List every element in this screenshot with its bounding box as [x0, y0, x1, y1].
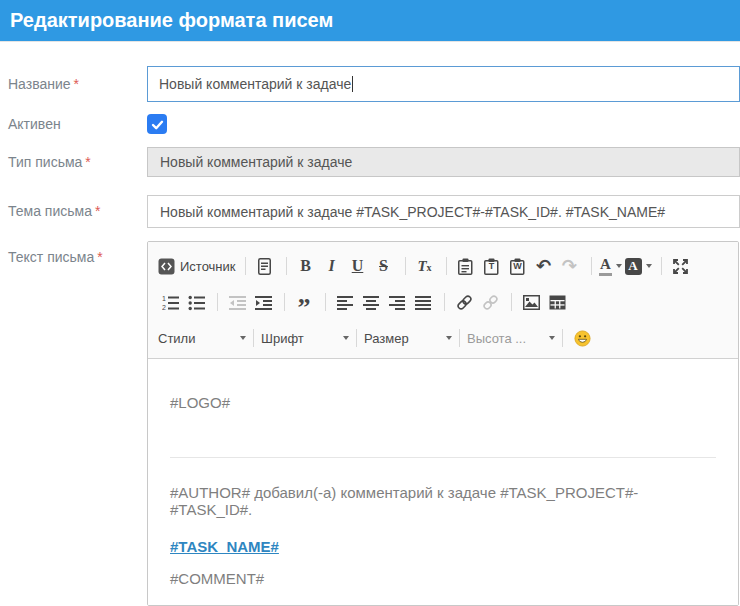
- required-asterisk: *: [85, 154, 90, 170]
- type-input-value: Новый комментарий к задаче: [160, 154, 352, 170]
- toolbar-separator: [217, 293, 218, 311]
- toolbar-separator: [661, 257, 662, 275]
- chevron-down-icon: [616, 264, 622, 268]
- task-name-link[interactable]: #TASK_NAME#: [170, 538, 279, 555]
- increase-indent-button[interactable]: [251, 290, 275, 314]
- toolbar-separator: [562, 329, 563, 347]
- remove-format-button[interactable]: Tx: [413, 254, 437, 278]
- source-button[interactable]: Источник: [158, 254, 236, 278]
- background-color-button[interactable]: A: [625, 254, 652, 278]
- page-title: Редактирование формата писем: [10, 9, 333, 32]
- paste-word-letter: W: [506, 261, 530, 271]
- toolbar-separator: [325, 293, 326, 311]
- increase-indent-icon: [255, 294, 272, 311]
- image-button[interactable]: [519, 290, 543, 314]
- field-row-type: Тип письма* Новый комментарий к задаче: [0, 147, 740, 177]
- align-left-button[interactable]: [333, 290, 357, 314]
- maximize-icon: [672, 258, 689, 275]
- subject-input[interactable]: Новый комментарий к задаче #TASK_PROJECT…: [147, 195, 740, 228]
- undo-icon: ↶: [536, 257, 551, 275]
- chevron-down-icon: [446, 336, 452, 340]
- smiley-button[interactable]: [570, 326, 594, 350]
- numbered-list-icon: 1 2: [162, 294, 179, 311]
- body-label: Текст письма*: [0, 241, 147, 265]
- paste-button[interactable]: [454, 254, 478, 278]
- field-row-subject: Тема письма* Новый комментарий к задаче …: [0, 195, 740, 228]
- unlink-button[interactable]: [478, 290, 502, 314]
- redo-button[interactable]: ↷: [558, 254, 582, 278]
- numbered-list-button[interactable]: 1 2: [158, 290, 182, 314]
- name-label: Название*: [0, 66, 147, 92]
- checkmark-icon: [149, 116, 166, 133]
- align-center-icon: [363, 294, 380, 311]
- text-color-button[interactable]: A: [599, 254, 623, 278]
- decrease-indent-button[interactable]: [225, 290, 249, 314]
- active-checkbox[interactable]: [147, 114, 167, 134]
- styles-dropdown[interactable]: Стили: [158, 326, 246, 350]
- author-line: #AUTHOR# добавил(-а) комментарий к задач…: [170, 484, 716, 518]
- blockquote-icon: ”: [298, 291, 311, 313]
- chevron-down-icon: [646, 264, 652, 268]
- required-asterisk: *: [97, 249, 102, 265]
- justify-button[interactable]: [411, 290, 435, 314]
- font-dropdown[interactable]: Шрифт: [261, 326, 349, 350]
- toolbar-separator: [284, 293, 285, 311]
- type-input: Новый комментарий к задаче: [147, 147, 740, 177]
- line-height-dropdown-label: Высота ...: [467, 331, 545, 346]
- link-icon: [456, 294, 473, 311]
- link-button[interactable]: [452, 290, 476, 314]
- editor-content-area[interactable]: #LOGO# #AUTHOR# добавил(-а) комментарий …: [148, 359, 738, 605]
- underline-button[interactable]: U: [346, 254, 370, 278]
- paste-icon: [457, 258, 474, 275]
- decrease-indent-icon: [229, 294, 246, 311]
- chevron-down-icon: [549, 336, 555, 340]
- blockquote-button[interactable]: ”: [292, 290, 316, 314]
- table-icon: [549, 294, 566, 311]
- align-right-icon: [389, 294, 406, 311]
- maximize-button[interactable]: [669, 254, 693, 278]
- toolbar-separator: [444, 293, 445, 311]
- name-input-value: Новый комментарий к задаче: [159, 76, 351, 92]
- document-button[interactable]: [253, 254, 277, 278]
- subject-input-value: Новый комментарий к задаче #TASK_PROJECT…: [160, 204, 665, 220]
- editor-toolbar: Источник B I U S: [148, 242, 738, 359]
- toolbar-separator: [405, 257, 406, 275]
- italic-button[interactable]: I: [320, 254, 344, 278]
- svg-text:1: 1: [162, 295, 166, 302]
- source-code-icon: [158, 258, 175, 275]
- undo-button[interactable]: ↶: [532, 254, 556, 278]
- align-right-button[interactable]: [385, 290, 409, 314]
- active-label: Активен: [0, 116, 147, 132]
- toolbar-separator: [459, 329, 460, 347]
- name-input[interactable]: Новый комментарий к задаче: [147, 66, 740, 102]
- chevron-down-icon: [240, 336, 246, 340]
- toolbar-separator: [253, 329, 254, 347]
- required-asterisk: *: [95, 203, 100, 219]
- paste-as-text-button[interactable]: T: [480, 254, 504, 278]
- page-header: Редактирование формата писем: [0, 0, 740, 42]
- size-dropdown-label: Размер: [364, 331, 442, 346]
- strikethrough-button[interactable]: S: [372, 254, 396, 278]
- field-row-active: Активен: [0, 114, 740, 134]
- line-height-dropdown[interactable]: Высота ...: [467, 326, 555, 350]
- align-left-icon: [337, 294, 354, 311]
- align-center-button[interactable]: [359, 290, 383, 314]
- toolbar-separator: [446, 257, 447, 275]
- text-color-icon: A: [599, 256, 612, 276]
- toolbar-separator: [286, 257, 287, 275]
- subject-label: Тема письма*: [0, 195, 147, 219]
- toolbar-separator: [356, 329, 357, 347]
- comment-placeholder: #COMMENT#: [170, 570, 716, 587]
- logo-placeholder: #LOGO#: [170, 394, 716, 411]
- content-divider: [170, 457, 716, 458]
- bulleted-list-button[interactable]: [184, 290, 208, 314]
- styles-dropdown-label: Стили: [158, 331, 236, 346]
- size-dropdown[interactable]: Размер: [364, 326, 452, 350]
- toolbar-separator: [511, 293, 512, 311]
- paste-from-word-button[interactable]: W: [506, 254, 530, 278]
- svg-text:2: 2: [162, 304, 166, 311]
- table-button[interactable]: [545, 290, 569, 314]
- font-dropdown-label: Шрифт: [261, 331, 339, 346]
- bold-button[interactable]: B: [294, 254, 318, 278]
- source-button-label: Источник: [180, 259, 236, 274]
